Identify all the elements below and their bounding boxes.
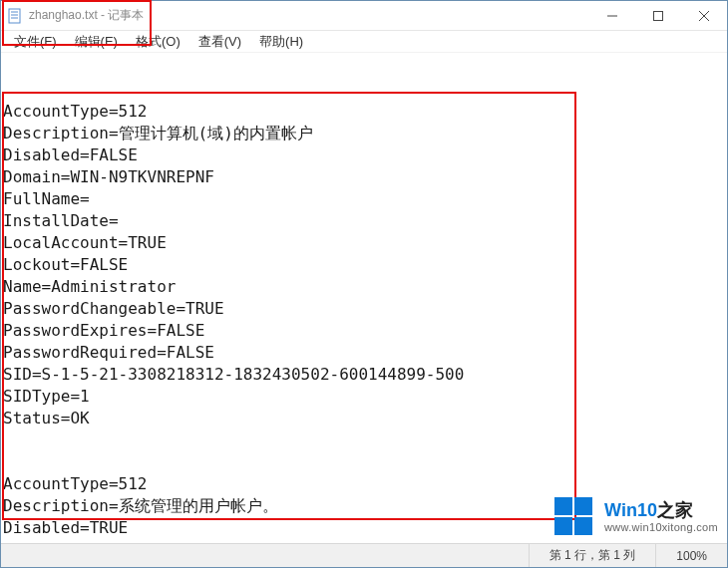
text-editor[interactable]: AccountType=512 Description=管理计算机(域)的内置帐… bbox=[1, 53, 727, 543]
menu-view[interactable]: 查看(V) bbox=[189, 31, 250, 53]
menubar: 文件(F) 编辑(E) 格式(O) 查看(V) 帮助(H) bbox=[1, 31, 727, 53]
notepad-icon bbox=[7, 8, 23, 24]
window-title: zhanghao.txt - 记事本 bbox=[29, 7, 589, 24]
svg-rect-5 bbox=[654, 11, 663, 20]
watermark-brand-main: Win10 bbox=[604, 500, 657, 520]
menu-format[interactable]: 格式(O) bbox=[127, 31, 189, 53]
menu-help[interactable]: 帮助(H) bbox=[250, 31, 312, 53]
menu-file[interactable]: 文件(F) bbox=[5, 31, 66, 53]
titlebar[interactable]: zhanghao.txt - 记事本 bbox=[1, 1, 727, 31]
minimize-button[interactable] bbox=[589, 1, 635, 30]
close-button[interactable] bbox=[681, 1, 727, 30]
watermark: Win10之家 www.win10xitong.com bbox=[548, 494, 724, 540]
maximize-button[interactable] bbox=[635, 1, 681, 30]
svg-rect-0 bbox=[9, 9, 20, 23]
editor-area: AccountType=512 Description=管理计算机(域)的内置帐… bbox=[1, 53, 727, 543]
notepad-window: zhanghao.txt - 记事本 文件(F) 编辑(E) 格式(O) 查看(… bbox=[0, 0, 728, 568]
status-zoom: 100% bbox=[655, 544, 727, 567]
windows-logo-icon bbox=[554, 497, 594, 537]
watermark-url: www.win10xitong.com bbox=[604, 521, 718, 534]
statusbar: 第 1 行，第 1 列 100% bbox=[1, 543, 727, 567]
status-cursor: 第 1 行，第 1 列 bbox=[529, 544, 656, 567]
watermark-text: Win10之家 www.win10xitong.com bbox=[604, 500, 718, 533]
menu-edit[interactable]: 编辑(E) bbox=[66, 31, 127, 53]
window-controls bbox=[589, 1, 727, 30]
watermark-brand-sub: 之家 bbox=[657, 500, 693, 520]
